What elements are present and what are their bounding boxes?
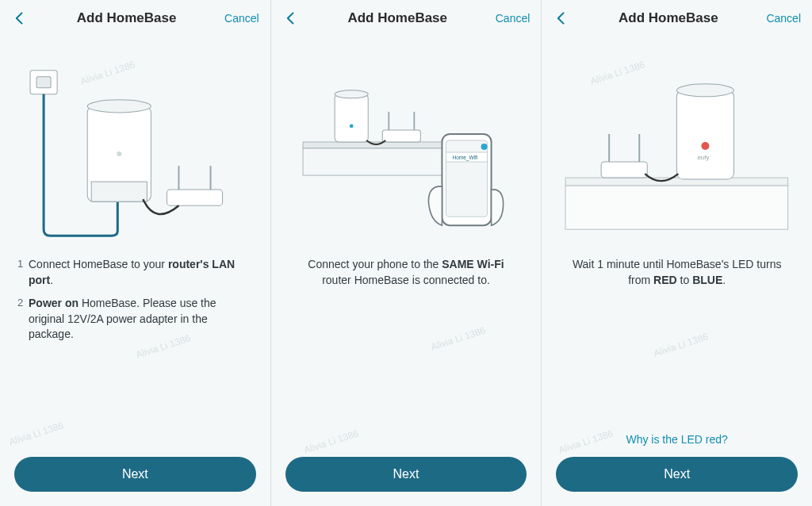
svg-point-28 — [677, 84, 734, 97]
svg-rect-22 — [565, 178, 788, 186]
back-arrow-icon[interactable] — [553, 10, 570, 27]
back-arrow-icon[interactable] — [11, 10, 29, 27]
setup-illustration: eufy — [542, 35, 812, 257]
svg-text:Home_Wifi: Home_Wifi — [452, 155, 477, 161]
svg-point-12 — [335, 90, 368, 98]
svg-rect-5 — [91, 182, 147, 201]
next-button[interactable]: Next — [14, 457, 256, 492]
setup-step-3-screen: Add HomeBase Cancel eufy Wa — [542, 0, 812, 506]
page-title: Add HomeBase — [347, 10, 447, 26]
instruction-step-2: Power on HomeBase. Please use the origin… — [17, 296, 253, 343]
svg-rect-10 — [303, 148, 462, 175]
instruction-text: Connect HomeBase to your router's LAN po… — [0, 257, 270, 351]
setup-step-1-screen: Add HomeBase Cancel — [0, 0, 271, 506]
instruction-text: Wait 1 minute until HomeBase's LED turns… — [542, 257, 812, 288]
setup-illustration: Home_Wifi — [271, 35, 542, 257]
cancel-button[interactable]: Cancel — [766, 12, 801, 25]
svg-point-21 — [481, 144, 487, 150]
setup-illustration — [0, 35, 270, 257]
svg-point-29 — [702, 142, 710, 150]
cancel-button[interactable]: Cancel — [496, 12, 530, 25]
back-arrow-icon[interactable] — [282, 10, 300, 27]
svg-point-4 — [117, 151, 121, 156]
instruction-text: Connect your phone to the SAME Wi-Fi rou… — [271, 257, 542, 288]
svg-rect-11 — [335, 94, 368, 142]
setup-step-2-screen: Add HomeBase Cancel Home — [271, 0, 542, 506]
header: Add HomeBase Cancel — [542, 0, 812, 35]
instruction-step-1: Connect HomeBase to your router's LAN po… — [17, 257, 253, 288]
svg-rect-1 — [36, 77, 51, 88]
why-led-red-link[interactable]: Why is the LED red? — [542, 433, 812, 446]
page-title: Add HomeBase — [619, 10, 718, 26]
cancel-button[interactable]: Cancel — [224, 12, 259, 25]
svg-point-13 — [349, 125, 353, 128]
svg-rect-14 — [382, 130, 420, 142]
header: Add HomeBase Cancel — [271, 0, 542, 35]
svg-text:eufy: eufy — [698, 154, 710, 161]
svg-rect-6 — [167, 190, 222, 205]
svg-rect-23 — [565, 186, 788, 229]
next-button[interactable]: Next — [285, 457, 527, 492]
svg-rect-24 — [601, 162, 647, 178]
svg-rect-18 — [446, 140, 487, 217]
header: Add HomeBase Cancel — [0, 0, 270, 35]
next-button[interactable]: Next — [556, 457, 798, 492]
page-title: Add HomeBase — [77, 10, 177, 26]
svg-point-3 — [87, 100, 151, 113]
svg-rect-27 — [677, 90, 734, 179]
